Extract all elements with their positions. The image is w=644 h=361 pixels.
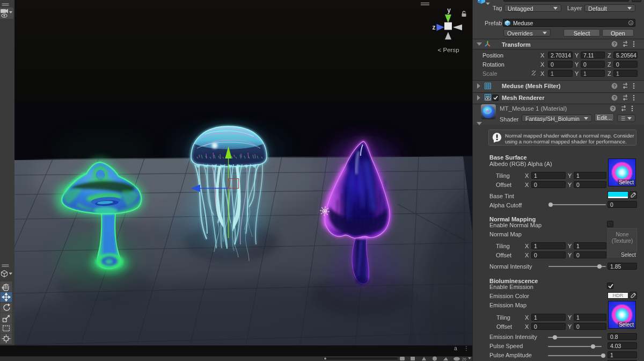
svg-text:<: < [438, 47, 442, 53]
svg-text:z: z [433, 24, 436, 31]
svg-text:Persp: Persp [443, 47, 459, 53]
svg-text:?: ? [613, 95, 616, 100]
svg-text:y: y [447, 6, 451, 14]
svg-text:?: ? [613, 41, 616, 47]
svg-text:?: ? [613, 83, 616, 89]
svg-text:26: 26 [462, 357, 466, 361]
svg-text:?: ? [611, 106, 614, 111]
